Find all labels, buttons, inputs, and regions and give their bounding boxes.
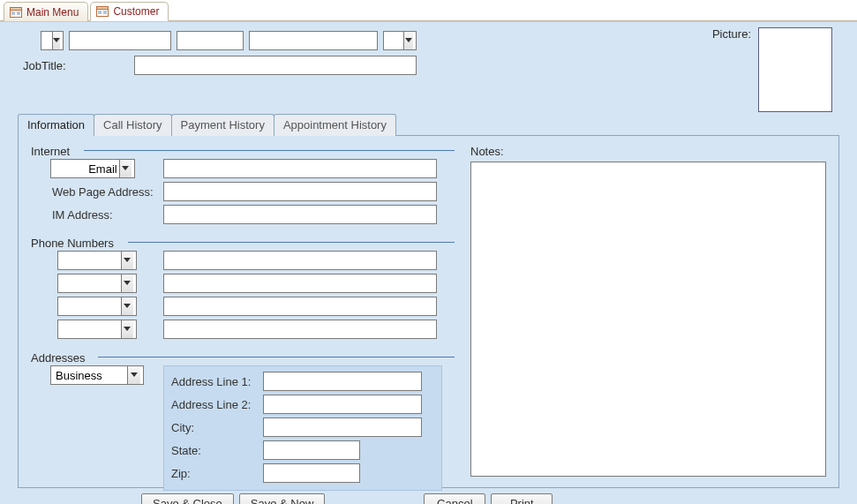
internet-group: Internet Web Page Address: [31,145,455,224]
address-type-combo[interactable] [50,365,144,385]
city-label: City: [171,421,263,434]
divider [98,357,455,357]
phone-type-combo[interactable] [57,297,137,316]
chevron-down-icon[interactable] [121,297,133,315]
save-close-button[interactable]: Save & Close [141,493,234,504]
email-input[interactable] [163,159,437,178]
subtab-information[interactable]: Information [18,114,94,136]
customer-form: JobTitle: Picture: Information Call Hist… [0,21,857,504]
job-title-input[interactable] [134,56,417,75]
picture-block: Picture: [712,27,832,112]
save-new-button[interactable]: Save & New [239,493,326,504]
button-row: Save & Close Save & New Cancel Print [18,493,839,504]
notes-textarea[interactable] [470,162,826,477]
addresses-group: Addresses Address Line 1: [31,351,455,491]
chevron-down-icon[interactable] [121,320,133,338]
address-type-input[interactable] [54,366,127,384]
subtab-appointment-history[interactable]: Appointment History [274,114,396,136]
subtab-bar: Information Call History Payment History… [18,114,839,136]
state-label: State: [171,444,263,457]
phone-type-combo[interactable] [57,251,137,270]
phone-number-input[interactable] [163,320,437,339]
zip-label: Zip: [171,467,263,480]
notes-label: Notes: [470,145,826,158]
print-button[interactable]: Print [491,493,553,504]
picture-frame[interactable] [758,27,832,112]
subtab-call-history[interactable]: Call History [94,114,171,136]
state-input[interactable] [263,440,360,460]
email-type-input[interactable] [54,160,119,177]
web-row: Web Page Address: [31,182,455,201]
address-line2-row: Address Line 2: [171,395,434,414]
phone-row [31,274,455,293]
city-input[interactable] [263,417,422,437]
phone-type-input[interactable] [61,320,121,338]
svg-marker-18 [124,327,131,331]
cancel-button[interactable]: Cancel [424,493,485,504]
zip-row: Zip: [171,463,434,483]
addresses-group-label: Addresses [31,351,92,365]
chevron-down-icon[interactable] [121,252,133,269]
address-line2-input[interactable] [263,395,422,414]
prefix-input[interactable] [44,32,52,49]
im-label: IM Address: [31,208,163,222]
email-row [31,159,455,178]
information-panel: Internet Web Page Address: [18,135,839,488]
phone-number-input[interactable] [163,297,437,316]
svg-marker-16 [124,281,131,285]
address-line1-row: Address Line 1: [171,372,434,391]
svg-marker-17 [124,304,131,308]
chevron-down-icon[interactable] [119,160,132,177]
suffix-combo[interactable] [383,31,417,50]
tab-main-menu[interactable]: Main Menu [4,2,88,21]
phone-type-combo[interactable] [57,274,137,293]
middle-name-input[interactable] [177,31,244,50]
header-row: JobTitle: Picture: [18,31,839,110]
im-row: IM Address: [31,205,455,224]
svg-marker-19 [131,372,138,377]
svg-marker-14 [122,166,129,170]
last-name-input[interactable] [249,31,378,50]
divider [84,150,455,151]
first-name-input[interactable] [69,31,171,50]
chevron-down-icon[interactable] [52,32,60,49]
phone-type-input[interactable] [61,275,121,292]
divider [128,242,455,243]
form-icon [10,7,22,18]
address-panel: Address Line 1: Address Line 2: City: [163,365,442,491]
internet-group-label: Internet [31,145,77,158]
job-title-row: JobTitle: [23,56,417,75]
picture-label: Picture: [712,27,751,41]
job-title-label: JobTitle: [23,59,127,72]
phone-row [31,320,455,339]
name-block [41,31,417,50]
phone-group-label: Phone Numbers [31,237,121,250]
web-input[interactable] [163,182,437,201]
tab-customer[interactable]: Customer [90,2,169,21]
chevron-down-icon[interactable] [403,32,413,49]
form-icon [96,6,109,17]
right-column: Notes: [470,145,826,477]
phone-row [31,251,455,270]
svg-rect-7 [97,7,109,10]
chevron-down-icon[interactable] [127,366,140,384]
web-label: Web Page Address: [31,185,163,199]
phone-type-input[interactable] [61,297,121,315]
chevron-down-icon[interactable] [121,275,133,292]
email-type-combo[interactable] [50,159,135,178]
city-row: City: [171,417,434,437]
suffix-input[interactable] [387,32,403,49]
object-tab-bar: Main Menu Customer [0,0,857,21]
subtab-payment-history[interactable]: Payment History [171,114,274,136]
prefix-combo[interactable] [41,31,64,50]
address-line1-label: Address Line 1: [171,375,263,388]
phone-type-input[interactable] [61,252,121,269]
phone-number-input[interactable] [163,251,437,270]
im-input[interactable] [163,205,437,224]
phone-number-input[interactable] [163,274,437,293]
address-line2-label: Address Line 2: [171,398,263,411]
state-row: State: [171,440,434,460]
address-line1-input[interactable] [263,372,422,391]
phone-type-combo[interactable] [57,320,137,339]
zip-input[interactable] [263,463,360,483]
